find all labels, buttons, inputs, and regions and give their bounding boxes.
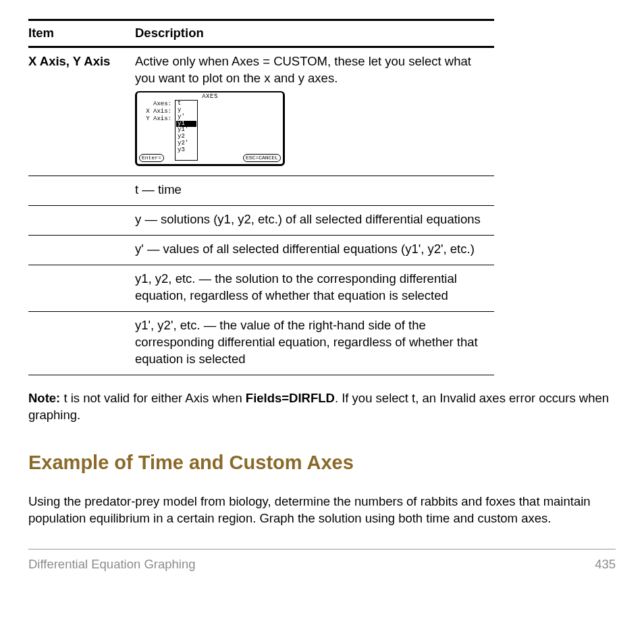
table-row: y — solutions (y1, y2, etc.) of all sele… bbox=[28, 205, 494, 235]
calc-label-axes: Axes: bbox=[139, 101, 174, 107]
calc-label-xaxis: X Axis: bbox=[139, 109, 174, 115]
table-row: t — time bbox=[28, 176, 494, 205]
desc-cell: y' — values of all selected differential… bbox=[135, 235, 494, 265]
item-label: X Axis, Y Axis bbox=[28, 47, 135, 176]
table-row: y1', y2', etc. — the value of the right-… bbox=[28, 311, 494, 375]
calc-esc-btn: ESC=CANCEL bbox=[243, 154, 281, 162]
desc-cell: y1, y2, etc. — the solution to the corre… bbox=[135, 265, 494, 311]
calc-title: AXES bbox=[139, 94, 281, 100]
col-desc: Description bbox=[135, 20, 494, 47]
col-item: Item bbox=[28, 20, 135, 47]
calc-label-yaxis: Y Axis: bbox=[139, 116, 174, 122]
table-row: y1, y2, etc. — the solution to the corre… bbox=[28, 265, 494, 311]
axes-definition-table: Item Description X Axis, Y Axis Active o… bbox=[28, 19, 494, 375]
table-row: y' — values of all selected differential… bbox=[28, 235, 494, 265]
desc-cell: y — solutions (y1, y2, etc.) of all sele… bbox=[135, 205, 494, 235]
desc-cell: y1', y2', etc. — the value of the right-… bbox=[135, 311, 494, 375]
note-field: Fields=DIRFLD bbox=[246, 391, 335, 405]
calc-dropdown: t y y' y1 y1' y2 y2' y3 bbox=[175, 100, 198, 161]
note-label: Note: bbox=[28, 391, 60, 405]
page-footer: Differential Equation Graphing 435 bbox=[28, 549, 616, 573]
desc-cell: t — time bbox=[135, 176, 494, 205]
calc-enter-btn: Enter= bbox=[139, 154, 164, 162]
calculator-screenshot: AXES Axes: X Axis: Y Axis: t y y' y1 y1'… bbox=[135, 91, 285, 166]
footer-page-number: 435 bbox=[595, 556, 616, 573]
note-pre: t is not valid for either Axis when bbox=[60, 391, 246, 405]
table-header-row: Item Description bbox=[28, 20, 494, 47]
table-row: X Axis, Y Axis Active only when Axes = C… bbox=[28, 47, 494, 176]
section-heading: Example of Time and Custom Axes bbox=[28, 450, 616, 476]
footer-left: Differential Equation Graphing bbox=[28, 556, 196, 573]
item-desc: Active only when Axes = CUSTOM, these le… bbox=[135, 47, 494, 176]
main-desc-text: Active only when Axes = CUSTOM, these le… bbox=[135, 53, 489, 87]
note-paragraph: Note: t is not valid for either Axis whe… bbox=[28, 390, 616, 424]
body-paragraph: Using the predator-prey model from biolo… bbox=[28, 493, 616, 527]
